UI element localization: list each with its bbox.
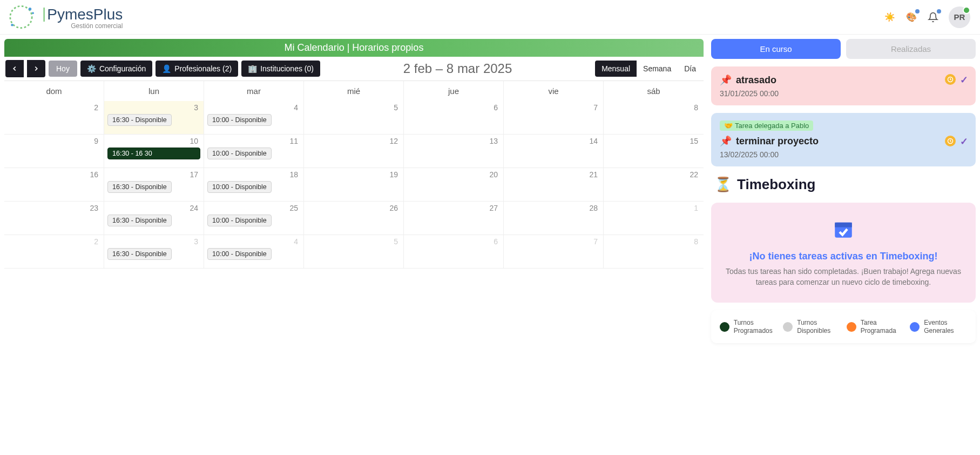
legend-label: Turnos Disponibles — [797, 319, 840, 334]
day-cell[interactable]: 1810:00 - Disponible — [204, 168, 304, 202]
timeboxing-empty: ¡No tienes tareas activas en Timeboxing!… — [711, 203, 976, 303]
day-cell[interactable]: 410:00 - Disponible — [204, 235, 304, 269]
sun-icon[interactable]: ☀️ — [884, 11, 896, 23]
day-cell[interactable]: 20 — [404, 168, 504, 202]
legend-item: Turnos Programados — [720, 319, 777, 334]
calendar-range: 2 feb – 8 mar 2025 — [323, 61, 592, 76]
day-cell[interactable]: 23 — [4, 202, 104, 235]
slot-available[interactable]: 10:00 - Disponible — [207, 248, 272, 260]
topbar: |PymesPlus Gestión comercial ☀️ 🎨 PR — [0, 0, 980, 35]
day-cell[interactable]: 22 — [604, 168, 704, 202]
brand-tagline: Gestión comercial — [42, 22, 123, 30]
day-cell[interactable]: 19 — [304, 168, 404, 202]
logo-mark-icon — [2, 2, 40, 32]
day-cell[interactable]: 7 — [504, 235, 604, 269]
day-cell[interactable]: 27 — [404, 202, 504, 235]
day-cell[interactable]: 15 — [604, 135, 704, 168]
day-number: 16 — [8, 170, 100, 179]
day-cell[interactable]: 8 — [604, 235, 704, 269]
calendar-grid: domlunmarmiéjueviesáb 2316:30 - Disponib… — [4, 81, 704, 269]
bell-icon[interactable] — [927, 11, 939, 23]
dow-cell: mié — [304, 81, 404, 101]
day-cell[interactable]: 1110:00 - Disponible — [204, 135, 304, 168]
day-cell[interactable]: 28 — [504, 202, 604, 235]
day-cell[interactable]: 2 — [4, 101, 104, 135]
day-cell[interactable]: 2510:00 - Disponible — [204, 202, 304, 235]
day-cell[interactable]: 1 — [604, 202, 704, 235]
day-cell[interactable]: 13 — [404, 135, 504, 168]
day-number: 23 — [8, 204, 100, 212]
slot-available[interactable]: 16:30 - Disponible — [107, 181, 172, 193]
day-cell[interactable]: 2 — [4, 235, 104, 269]
day-cell[interactable]: 8 — [604, 101, 704, 135]
day-number: 8 — [607, 237, 700, 246]
gear-icon: ⚙️ — [87, 64, 96, 73]
tab-done[interactable]: Realizadas — [846, 39, 976, 59]
view-month-button[interactable]: Mensual — [595, 61, 637, 77]
brand-name: PymesPlus — [47, 7, 123, 22]
day-cell[interactable]: 6 — [404, 235, 504, 269]
view-week-button[interactable]: Semana — [637, 61, 678, 77]
day-number: 6 — [407, 237, 500, 246]
dow-cell: mar — [204, 81, 304, 101]
day-cell[interactable]: 5 — [304, 235, 404, 269]
day-cell[interactable]: 7 — [504, 101, 604, 135]
day-cell[interactable]: 1716:30 - Disponible — [104, 168, 204, 202]
day-number: 4 — [207, 103, 300, 112]
day-number: 21 — [507, 170, 600, 179]
tab-in-progress[interactable]: En curso — [711, 39, 841, 59]
task-date: 31/01/2025 00:00 — [720, 89, 967, 98]
avatar[interactable]: PR — [949, 6, 970, 28]
slot-available[interactable]: 10:00 - Disponible — [207, 215, 272, 226]
task-date: 13/02/2025 00:00 — [720, 150, 967, 159]
dow-cell: jue — [404, 81, 504, 101]
today-button[interactable]: Hoy — [49, 61, 77, 77]
task-tabs: En curso Realizadas — [711, 39, 976, 59]
day-cell[interactable]: 16 — [4, 168, 104, 202]
svg-point-2 — [32, 12, 34, 14]
day-cell[interactable]: 316:30 - Disponible — [104, 235, 204, 269]
slot-available[interactable]: 16:30 - Disponible — [107, 114, 172, 126]
slot-available[interactable]: 10:00 - Disponible — [207, 148, 272, 159]
day-cell[interactable]: 12 — [304, 135, 404, 168]
calendar-check-icon — [723, 218, 964, 245]
config-button[interactable]: ⚙️Configuración — [80, 61, 152, 77]
week-row: 2316:30 - Disponible410:00 - Disponible5… — [4, 235, 704, 269]
day-cell[interactable]: 14 — [504, 135, 604, 168]
view-day-button[interactable]: Día — [678, 61, 702, 77]
check-icon[interactable]: ✓ — [960, 136, 968, 148]
instituciones-button[interactable]: 🏢Instituciones (0) — [241, 61, 320, 77]
day-number: 28 — [507, 204, 600, 212]
day-number: 22 — [607, 170, 700, 179]
day-cell[interactable]: 2416:30 - Disponible — [104, 202, 204, 235]
day-cell[interactable]: 9 — [4, 135, 104, 168]
day-number: 2 — [8, 103, 100, 112]
next-button[interactable] — [27, 60, 45, 77]
check-icon[interactable]: ✓ — [960, 74, 968, 86]
legend-item: Eventos Generales — [910, 319, 967, 334]
day-cell[interactable]: 410:00 - Disponible — [204, 101, 304, 135]
svg-point-3 — [11, 24, 13, 26]
slot-booked[interactable]: 16:30 - 16 30 — [107, 148, 200, 159]
day-cell[interactable]: 316:30 - Disponible — [104, 101, 204, 135]
slot-available[interactable]: 10:00 - Disponible — [207, 181, 272, 193]
day-cell[interactable]: 21 — [504, 168, 604, 202]
dow-cell: vie — [504, 81, 604, 101]
slot-available[interactable]: 16:30 - Disponible — [107, 248, 172, 260]
week-row: 161716:30 - Disponible1810:00 - Disponib… — [4, 168, 704, 202]
day-cell[interactable]: 6 — [404, 101, 504, 135]
day-cell[interactable]: 5 — [304, 101, 404, 135]
task-card-late[interactable]: 📌atrasado 31/01/2025 00:00 ✓ — [711, 66, 976, 105]
slot-available[interactable]: 10:00 - Disponible — [207, 114, 272, 126]
day-cell[interactable]: 26 — [304, 202, 404, 235]
slot-available[interactable]: 16:30 - Disponible — [107, 215, 172, 226]
day-number: 14 — [507, 137, 600, 145]
svg-rect-7 — [835, 223, 852, 228]
profesionales-button[interactable]: 👤Profesionales (2) — [156, 61, 238, 77]
task-card-delegated[interactable]: 🤝Tarea delegada a Pablo 📌terminar proyec… — [711, 113, 976, 166]
legend-dot — [910, 322, 920, 332]
day-cell[interactable]: 1016:30 - 16 30 — [104, 135, 204, 168]
prev-button[interactable] — [5, 60, 24, 77]
logo[interactable]: |PymesPlus Gestión comercial — [2, 2, 123, 32]
palette-icon[interactable]: 🎨 — [905, 11, 917, 23]
